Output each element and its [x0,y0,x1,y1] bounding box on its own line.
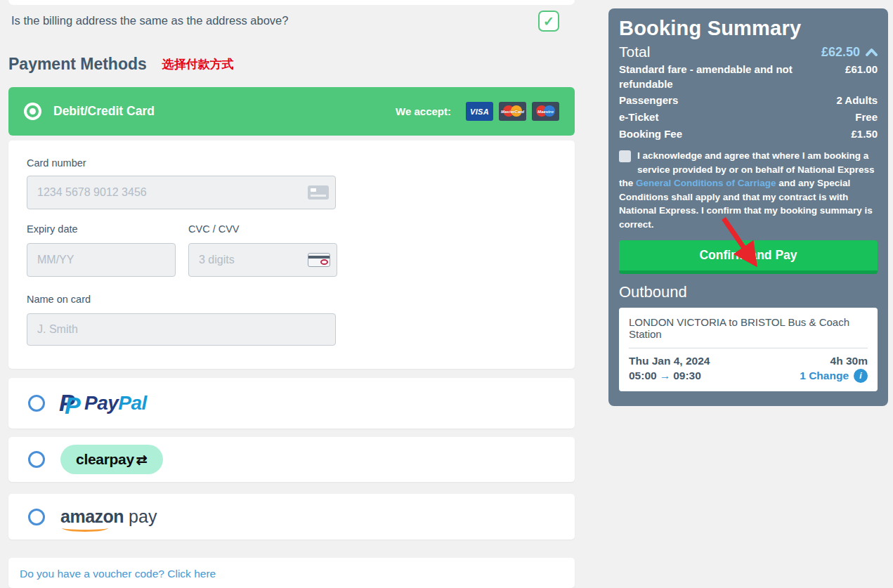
divider [629,348,868,348]
debit-credit-card-label: Debit/Credit Card [53,104,155,119]
check-icon: ✓ [543,13,554,30]
amazon-pay-logo: amazon pay [60,507,157,527]
radio-selected-icon[interactable] [24,103,41,120]
outbound-times: 05:00→09:30 [629,370,800,382]
outbound-heading: Outbound [619,283,878,301]
expiry-date-label: Expiry date [27,223,78,235]
outbound-date: Thu Jan 4, 2024 [629,355,830,367]
clearpay-arrows-icon: ⇄ [136,452,148,468]
name-on-card-input[interactable] [27,313,336,346]
amazon-pay-radio[interactable] [28,509,45,525]
expiry-date-input[interactable] [27,243,176,277]
eticket-row: e-Ticket Free [619,110,878,125]
payment-option-amazon-pay[interactable]: amazon pay [8,494,575,540]
outbound-times-row: 05:00→09:30 1 Change i [629,369,868,383]
outbound-duration: 4h 30m [830,355,868,367]
changes-link[interactable]: 1 Change [800,370,849,382]
billing-address-question: Is the billing address the same as the a… [11,14,503,27]
outbound-date-row: Thu Jan 4, 2024 4h 30m [629,355,868,367]
passengers-row: Passengers 2 Adults [619,93,878,108]
booking-summary-panel: Booking Summary Total £62.50 Standard fa… [608,8,888,406]
terms-checkbox[interactable] [619,150,631,162]
payment-methods-title: Payment Methods [8,55,147,73]
total-label: Total [619,44,821,60]
outbound-journey-card: LONDON VICTORIA to BRISTOL Bus & Coach S… [619,308,878,391]
paypal-logo: P P PayPal [59,389,147,417]
fare-row: Standard fare - amendable and not refund… [619,63,878,91]
booking-summary-title: Booking Summary [619,17,878,40]
payment-option-clearpay[interactable]: clearpay ⇄ [8,437,575,482]
mastercard-icon: MasterCard [499,102,526,121]
clearpay-logo: clearpay ⇄ [60,445,163,474]
maestro-icon: Maestro [532,102,559,121]
payment-option-paypal[interactable]: P P PayPal [8,378,575,429]
journey-arrow-icon: → [657,370,674,381]
info-icon[interactable]: i [854,369,868,383]
total-value: £62.50 [821,45,860,60]
clearpay-radio[interactable] [28,451,45,468]
previous-card-bottom-edge [8,0,575,5]
name-on-card-label: Name on card [27,294,91,305]
confirm-and-pay-button[interactable]: Confirm and Pay [619,240,878,274]
visa-icon: VISA [466,102,493,121]
general-conditions-link[interactable]: General Conditions of Carriage [636,178,776,188]
booking-fee-row: Booking Fee £1.50 [619,127,878,142]
card-number-input[interactable] [27,176,336,209]
cvc-label: CVC / CVV [188,223,240,235]
voucher-code-card: Do you have a voucher code? Click here [8,558,575,588]
paypal-radio[interactable] [28,395,45,412]
card-front-icon [308,185,329,200]
payment-methods-heading: Payment Methods选择付款方式 [8,55,234,74]
we-accept-label: We accept: [396,105,451,117]
total-row: Total £62.50 [619,44,878,60]
card-back-cvc-icon [308,253,330,267]
chevron-up-icon[interactable] [866,48,878,56]
outbound-route: LONDON VICTORIA to BRISTOL Bus & Coach S… [629,316,868,340]
payment-option-debit-credit-card[interactable]: Debit/Credit Card We accept: VISA Master… [8,87,575,136]
paypal-monogram-icon: P P [59,389,84,417]
card-number-label: Card number [27,157,86,169]
billing-same-address-checkbox[interactable]: ✓ [538,11,559,32]
payment-methods-chinese-note: 选择付款方式 [162,58,234,71]
card-details-form: Card number Expiry date CVC / CVV Name o… [8,141,575,369]
voucher-code-link[interactable]: Do you have a voucher code? Click here [20,568,216,580]
terms-acknowledgement: I acknowledge and agree that where I am … [619,149,878,231]
amazon-smile-icon [62,524,108,532]
